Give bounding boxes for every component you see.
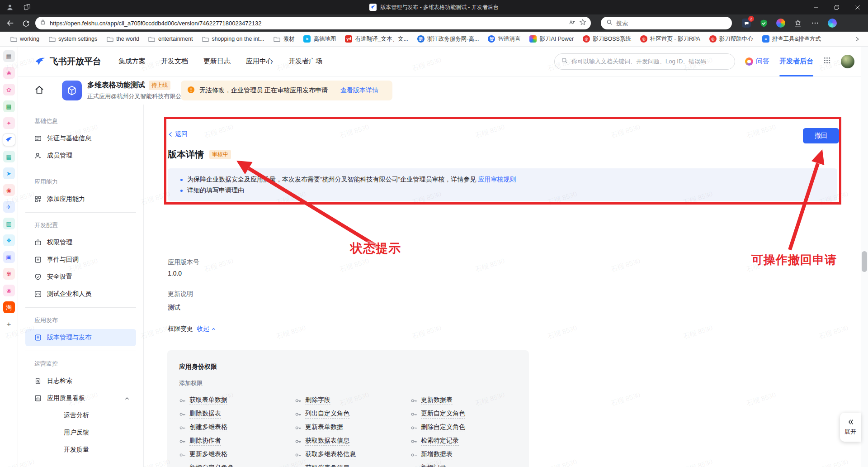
pinned-site-icon[interactable]: ✦	[3, 117, 15, 129]
developer-console-tab[interactable]: 开发者后台	[779, 47, 813, 76]
feishu-logo[interactable]: 飞书开放平台	[34, 56, 101, 67]
review-rules-link[interactable]: 应用审核规则	[478, 176, 516, 183]
add-pin-icon[interactable]: +	[3, 318, 15, 330]
pinned-site-icon[interactable]: ❀	[3, 285, 15, 296]
pinned-site-icon[interactable]: ✈	[3, 201, 15, 213]
bookmark-item[interactable]: working	[6, 33, 43, 44]
url-input[interactable]	[50, 20, 565, 27]
minimize-button[interactable]	[806, 0, 826, 14]
extension-chat-icon[interactable]: 2	[741, 18, 752, 29]
more-menu-icon[interactable]	[810, 18, 821, 29]
favorites-bar-icon[interactable]	[793, 18, 803, 29]
extension-shield-icon[interactable]	[758, 18, 769, 29]
bookmark-item[interactable]: ◎影刀帮助中心	[706, 33, 757, 45]
collapse-toggle[interactable]: 收起	[197, 325, 216, 333]
app-icon	[62, 81, 82, 100]
toolbar-search-input[interactable]	[616, 20, 661, 27]
translate-icon[interactable]	[569, 19, 576, 28]
bookmark-item[interactable]: entertainment	[145, 33, 196, 44]
site-glyph: 浙	[419, 37, 423, 41]
pinned-site-icon[interactable]: ▦	[3, 50, 15, 62]
restore-button[interactable]	[826, 0, 847, 14]
bookmark-item[interactable]: 影刀AI Power	[526, 33, 577, 45]
sidebar-section-label: 运营监控	[18, 355, 143, 372]
sidebar-subitem[interactable]: 用户反馈	[25, 424, 136, 441]
qa-link[interactable]: 问答	[745, 57, 769, 66]
scrollbar-thumb[interactable]	[862, 251, 867, 272]
sidebar-item-userplus[interactable]: 成员管理	[25, 147, 136, 164]
extension-color-icon[interactable]	[775, 18, 786, 29]
sidebar-subitem[interactable]: 开发质量	[25, 441, 136, 458]
folder-icon	[202, 35, 209, 43]
bookmark-item[interactable]: the world	[103, 33, 143, 44]
bookmark-item[interactable]: system settings	[45, 33, 101, 44]
sidebar-item-dashboard[interactable]: 应用质量看板	[25, 390, 136, 407]
doc-search-input[interactable]	[571, 58, 728, 65]
sidebar-item-publish[interactable]: 版本管理与发布	[25, 329, 136, 346]
refresh-icon[interactable]	[20, 17, 32, 29]
bullet-icon	[180, 190, 183, 192]
profile-icon[interactable]	[5, 3, 14, 12]
sidebar-item-gridplus[interactable]: 添加应用能力	[25, 191, 136, 208]
bookmark-item[interactable]: 浙浙江政务服务网-高...	[414, 33, 483, 45]
sidebar-item-shieldcheck[interactable]: 安全设置	[25, 268, 136, 286]
back-icon[interactable]	[5, 17, 16, 29]
bookmark-item[interactable]: 素材	[269, 33, 298, 45]
sidebar-subitem[interactable]: 运营分析	[25, 407, 136, 424]
sidebar-item-briefcase[interactable]: 权限管理	[25, 234, 136, 251]
back-link[interactable]: 返回	[168, 130, 188, 138]
copilot-icon[interactable]	[827, 18, 838, 29]
nav-item[interactable]: 集成方案	[118, 57, 146, 66]
avatar[interactable]	[841, 55, 854, 68]
pinned-site-icon[interactable]: 淘	[3, 301, 15, 313]
pinned-site-icon[interactable]: ✾	[3, 268, 15, 280]
pinned-site-icon[interactable]: ✿	[3, 84, 15, 95]
nav-item[interactable]: 开发者广场	[288, 57, 322, 66]
sidebar-section-label: 应用能力	[18, 173, 143, 191]
permission-label: 新增自定义角色	[189, 464, 234, 467]
page-scrollbar[interactable]	[861, 47, 868, 467]
permission-item: 获取仪表盘信息	[295, 464, 410, 467]
workspaces-icon[interactable]	[23, 3, 32, 12]
nav-item[interactable]: 开发文档	[161, 57, 188, 66]
shieldcheck-icon	[34, 273, 42, 281]
expand-fab[interactable]: 展开	[840, 413, 861, 442]
pinned-site-icon[interactable]: ▣	[3, 251, 15, 263]
bookmark-item[interactable]: 智智谱清言	[484, 33, 524, 45]
nav-item[interactable]: 应用中心	[246, 57, 273, 66]
toolbar-search[interactable]	[601, 17, 732, 29]
close-button[interactable]	[847, 0, 868, 14]
permission-item: 检索特定记录	[410, 437, 517, 446]
home-icon[interactable]	[34, 85, 45, 95]
nav-item[interactable]: 更新日志	[203, 57, 231, 66]
bookmark-item[interactable]: yd有道翻译_文本、文...	[341, 33, 411, 45]
apps-grid-icon[interactable]	[823, 57, 831, 66]
sidebar-item-squareplus[interactable]: 事件与回调	[25, 251, 136, 268]
sidebar-item-logsearch[interactable]: 日志检索	[25, 372, 136, 390]
bookmark-item[interactable]: shopping on the int...	[198, 33, 268, 44]
sidebar-item-card[interactable]: 凭证与基础信息	[25, 130, 136, 147]
bookmark-item[interactable]: ◎社区首页 - 影刀RPA	[637, 33, 704, 45]
feishu-pin-icon[interactable]	[3, 134, 15, 146]
withdraw-button[interactable]: 撤回	[803, 128, 839, 143]
bookmark-item[interactable]: ≡排查工具&排查方式	[759, 33, 825, 45]
pinned-site-icon[interactable]: ▤	[3, 100, 15, 112]
pinned-site-icon[interactable]: ▦	[3, 151, 15, 162]
search-icon	[606, 19, 613, 27]
pinned-site-icon[interactable]: ▥	[3, 218, 15, 229]
pinned-site-icon[interactable]: ❖	[3, 234, 15, 246]
doc-search-box[interactable]	[554, 53, 735, 70]
pinned-site-icon[interactable]: ❀	[3, 67, 15, 79]
favorite-star-icon[interactable]	[579, 19, 586, 28]
view-version-link[interactable]: 查看版本详情	[340, 86, 378, 95]
bookmark-label: system settings	[58, 36, 97, 42]
chevron-up-icon	[124, 396, 130, 401]
bookmark-item[interactable]: ➤高德地图	[300, 33, 340, 45]
bookmark-item[interactable]: ◎影刀BOSS系统	[579, 33, 635, 45]
pinned-site-icon[interactable]: ➤	[3, 167, 15, 179]
sidebar-item-code[interactable]: 测试企业和人员	[25, 286, 136, 303]
status-badge: 审核中	[209, 150, 231, 159]
address-bar[interactable]	[35, 17, 591, 29]
bookmarks-overflow-icon[interactable]	[853, 34, 862, 43]
pinned-site-icon[interactable]: ◉	[3, 184, 15, 196]
